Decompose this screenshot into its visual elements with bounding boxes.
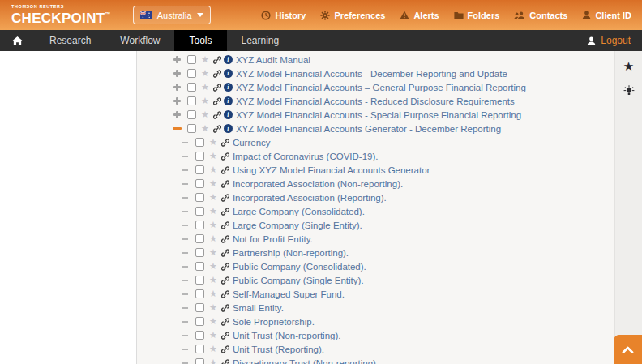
row-checkbox[interactable] — [195, 234, 204, 243]
favorite-star-icon[interactable] — [209, 152, 217, 161]
tree-item-link[interactable]: Large Company (Consolidated). — [233, 207, 365, 216]
link-icon[interactable] — [221, 235, 229, 243]
tree-item-link[interactable]: XYZ Audit Manual — [236, 55, 310, 65]
favorite-star-icon[interactable] — [209, 234, 217, 243]
info-icon[interactable] — [224, 55, 233, 64]
link-icon[interactable] — [213, 56, 221, 64]
tree-item-link[interactable]: Small Entity. — [233, 303, 284, 313]
link-icon[interactable] — [221, 208, 229, 216]
tree-item-link[interactable]: Public Company (Consolidated). — [233, 262, 366, 272]
row-checkbox[interactable] — [195, 207, 204, 216]
utility-contacts[interactable]: Contacts — [514, 11, 567, 20]
row-checkbox[interactable] — [187, 69, 196, 78]
row-checkbox[interactable] — [195, 138, 204, 147]
row-checkbox[interactable] — [195, 317, 204, 326]
info-icon[interactable] — [224, 96, 233, 105]
row-checkbox[interactable] — [187, 124, 196, 133]
favorite-star-icon[interactable] — [201, 110, 209, 119]
favorite-star-icon[interactable] — [209, 221, 217, 229]
link-icon[interactable] — [213, 70, 221, 78]
tab-tools[interactable]: Tools — [174, 30, 226, 51]
tree-item-link[interactable]: XYZ Model Financial Accounts - Special P… — [236, 110, 521, 120]
expand-plus-icon[interactable] — [173, 110, 182, 119]
favorite-star-icon[interactable] — [209, 262, 217, 271]
row-checkbox[interactable] — [195, 165, 204, 174]
row-checkbox[interactable] — [195, 179, 204, 188]
home-button[interactable] — [0, 30, 35, 51]
tab-workflow[interactable]: Workflow — [105, 30, 174, 51]
row-checkbox[interactable] — [195, 289, 204, 298]
link-icon[interactable] — [221, 249, 229, 257]
row-checkbox[interactable] — [187, 96, 196, 105]
tab-research[interactable]: Research — [35, 30, 105, 51]
favorite-star-icon[interactable] — [209, 317, 217, 326]
region-selector-dropdown[interactable]: Australia — [133, 6, 211, 24]
collapse-minus-icon[interactable] — [173, 124, 182, 133]
tree-item-link[interactable]: Unit Trust (Reporting). — [233, 345, 324, 354]
tree-item-link[interactable]: XYZ Model Financial Accounts – General P… — [236, 83, 526, 92]
link-icon[interactable] — [221, 345, 229, 353]
tree-item-link[interactable]: Using XYZ Model Financial Accounts Gener… — [233, 165, 430, 175]
favorite-star-icon[interactable] — [201, 55, 209, 64]
back-to-top-button[interactable] — [614, 335, 642, 364]
row-checkbox[interactable] — [195, 345, 204, 353]
link-icon[interactable] — [213, 84, 221, 92]
tree-item-link[interactable]: Unit Trust (Non-reporting). — [233, 331, 341, 340]
info-icon[interactable] — [224, 110, 233, 119]
row-checkbox[interactable] — [187, 83, 196, 92]
link-icon[interactable] — [221, 194, 229, 202]
tree-item-link[interactable]: Partnership (Non-reporting). — [233, 248, 349, 258]
link-icon[interactable] — [213, 97, 221, 105]
utility-preferences[interactable]: Preferences — [320, 11, 385, 20]
tree-item-link[interactable]: Impact of Coronavirus (COVID-19). — [233, 152, 379, 161]
row-checkbox[interactable] — [195, 303, 204, 312]
tree-item-link[interactable]: Currency — [233, 138, 271, 148]
tab-learning[interactable]: Learning — [227, 30, 294, 51]
favorites-star-icon[interactable] — [623, 60, 634, 72]
favorite-star-icon[interactable] — [201, 83, 209, 92]
favorite-star-icon[interactable] — [209, 345, 217, 353]
favorite-star-icon[interactable] — [209, 331, 217, 340]
link-icon[interactable] — [221, 276, 229, 285]
favorite-star-icon[interactable] — [209, 276, 217, 285]
utility-client-id[interactable]: Client ID — [582, 11, 631, 20]
row-checkbox[interactable] — [195, 358, 204, 364]
link-icon[interactable] — [221, 166, 229, 174]
tree-item-link[interactable]: Incorporated Association (Reporting). — [233, 193, 387, 203]
expand-plus-icon[interactable] — [173, 55, 182, 64]
link-icon[interactable] — [221, 180, 229, 188]
logout-button[interactable]: Logout — [587, 30, 631, 51]
link-icon[interactable] — [221, 318, 229, 326]
link-icon[interactable] — [221, 359, 229, 364]
favorite-star-icon[interactable] — [209, 138, 217, 147]
insights-bulb-icon[interactable] — [623, 85, 635, 97]
favorite-star-icon[interactable] — [209, 193, 217, 202]
expand-plus-icon[interactable] — [173, 83, 182, 92]
favorite-star-icon[interactable] — [209, 289, 217, 298]
favorite-star-icon[interactable] — [209, 207, 217, 216]
row-checkbox[interactable] — [195, 276, 204, 285]
row-checkbox[interactable] — [195, 152, 204, 161]
info-icon[interactable] — [224, 83, 233, 92]
link-icon[interactable] — [221, 290, 229, 298]
tree-item-link[interactable]: XYZ Model Financial Accounts Generator -… — [236, 124, 501, 134]
tree-item-link[interactable]: Sole Proprietorship. — [233, 317, 315, 327]
row-checkbox[interactable] — [195, 248, 204, 257]
link-icon[interactable] — [221, 221, 229, 229]
info-icon[interactable] — [224, 124, 233, 133]
tree-item-link[interactable]: Large Company (Single Entity). — [233, 221, 362, 230]
link-icon[interactable] — [221, 152, 229, 161]
utility-folders[interactable]: Folders — [454, 11, 500, 20]
tree-item-link[interactable]: Self-Managed Super Fund. — [233, 289, 345, 299]
row-checkbox[interactable] — [187, 55, 196, 64]
tree-item-link[interactable]: Not for Profit Entity. — [233, 234, 313, 244]
expand-plus-icon[interactable] — [173, 96, 182, 105]
favorite-star-icon[interactable] — [201, 69, 209, 78]
row-checkbox[interactable] — [195, 221, 204, 229]
row-checkbox[interactable] — [187, 110, 196, 119]
favorite-star-icon[interactable] — [209, 248, 217, 257]
favorite-star-icon[interactable] — [201, 96, 209, 105]
favorite-star-icon[interactable] — [209, 303, 217, 312]
row-checkbox[interactable] — [195, 331, 204, 340]
link-icon[interactable] — [221, 332, 229, 340]
